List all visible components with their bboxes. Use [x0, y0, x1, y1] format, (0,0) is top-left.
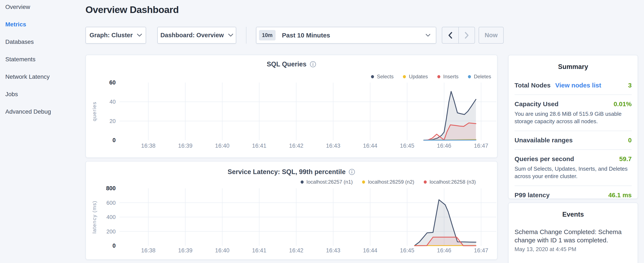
time-next-button[interactable]: [458, 27, 474, 43]
page-title: Overview Dashboard: [86, 4, 179, 15]
event-timestamp: May 13, 2020 at 4:45 PM: [514, 246, 632, 252]
service-latency-chart-card: Service Latency: SQL, 99th percentile lo…: [86, 161, 498, 260]
summary-value: 46.1 ms: [608, 191, 632, 199]
sidebar: Overview Metrics Databases Statements Ne…: [0, 0, 81, 263]
svg-text:20: 20: [110, 118, 116, 124]
time-range-selector[interactable]: 10m Past 10 Minutes: [256, 27, 436, 44]
service-latency-plot[interactable]: 020040060080016:3816:3916:4016:4116:4216…: [86, 161, 497, 259]
sql-queries-chart-card: SQL Queries Selects Updates Inserts Dele…: [86, 55, 498, 158]
now-button[interactable]: Now: [478, 27, 504, 44]
svg-text:200: 200: [106, 228, 116, 235]
summary-label: P99 latency: [514, 191, 550, 199]
svg-text:40: 40: [110, 99, 116, 105]
view-nodes-list-link[interactable]: View nodes list: [555, 82, 601, 89]
chevron-left-icon: [448, 32, 453, 39]
svg-text:16:39: 16:39: [178, 143, 193, 149]
summary-title: Summary: [508, 63, 638, 71]
svg-text:queries: queries: [92, 102, 97, 121]
svg-text:16:45: 16:45: [400, 143, 414, 149]
chevron-right-icon: [464, 32, 470, 39]
summary-row-p99-latency: P99 latency 46.1 ms: [508, 191, 638, 199]
svg-text:16:46: 16:46: [437, 143, 451, 149]
summary-value: 0.01%: [614, 100, 632, 108]
summary-row-queries-per-second: Queries per second 59.7 Sum of Selects, …: [508, 155, 638, 180]
svg-text:0: 0: [112, 242, 116, 249]
sql-queries-plot[interactable]: 020406016:3816:3916:4016:4116:4216:4316:…: [86, 55, 497, 157]
summary-row-capacity-used: Capacity Used 0.01% You are using 28.6 M…: [508, 100, 638, 125]
time-range-value: Past 10 Minutes: [282, 32, 426, 39]
summary-label: Capacity Used: [514, 100, 558, 108]
svg-text:16:40: 16:40: [215, 143, 230, 149]
svg-text:16:42: 16:42: [289, 143, 304, 149]
chevron-down-icon: [137, 34, 142, 37]
sidebar-item-statements[interactable]: Statements: [5, 56, 81, 73]
summary-row-unavailable-ranges: Unavailable ranges 0: [508, 137, 638, 144]
svg-text:latency (ms): latency (ms): [92, 201, 97, 234]
summary-label: Queries per second: [514, 155, 574, 163]
summary-divider: [514, 185, 632, 186]
svg-text:0: 0: [112, 137, 116, 143]
svg-text:16:41: 16:41: [252, 143, 266, 149]
summary-value: 3: [628, 82, 632, 89]
svg-text:16:44: 16:44: [363, 143, 378, 149]
sidebar-item-overview[interactable]: Overview: [5, 4, 81, 21]
summary-divider: [514, 95, 632, 95]
event-text: Schema Change Completed: Schema change w…: [514, 228, 632, 244]
summary-label: Unavailable ranges: [514, 137, 572, 144]
svg-text:800: 800: [106, 185, 116, 191]
svg-text:60: 60: [109, 79, 116, 86]
dashboard-dropdown[interactable]: Dashboard: Overview: [157, 27, 236, 44]
svg-text:16:43: 16:43: [326, 143, 340, 149]
sidebar-item-metrics[interactable]: Metrics: [5, 21, 81, 39]
summary-value: 0: [628, 137, 632, 144]
toolbar-divider: [246, 27, 246, 44]
svg-text:400: 400: [106, 214, 116, 220]
graph-dropdown[interactable]: Graph: Cluster: [86, 27, 146, 44]
event-list-item[interactable]: Schema Change Completed: Schema change w…: [508, 228, 638, 252]
time-range-badge: 10m: [259, 30, 276, 41]
sidebar-item-network-latency[interactable]: Network Latency: [5, 73, 81, 91]
svg-text:16:41: 16:41: [252, 247, 266, 254]
svg-text:16:44: 16:44: [363, 247, 378, 254]
svg-text:16:45: 16:45: [400, 247, 414, 254]
svg-text:16:43: 16:43: [326, 247, 340, 254]
dashboard-dropdown-value: Dashboard: Overview: [160, 32, 224, 39]
sidebar-item-databases[interactable]: Databases: [5, 39, 81, 56]
time-pager: [442, 27, 475, 44]
svg-text:16:40: 16:40: [215, 247, 230, 254]
summary-caption: You are using 28.6 MiB of 515.9 GiB usab…: [514, 110, 632, 125]
summary-row-total-nodes: Total Nodes View nodes list 3: [508, 82, 638, 89]
graph-dropdown-value: Graph: Cluster: [90, 32, 133, 39]
chevron-down-icon: [426, 34, 430, 37]
svg-text:16:47: 16:47: [474, 247, 488, 254]
summary-value: 59.7: [619, 155, 632, 163]
chevron-down-icon: [228, 34, 233, 37]
summary-label: Total Nodes: [514, 82, 550, 89]
events-title: Events: [508, 211, 638, 218]
svg-text:16:47: 16:47: [474, 143, 488, 149]
time-prev-button[interactable]: [442, 27, 458, 43]
app-root: Overview Metrics Databases Statements Ne…: [0, 0, 644, 263]
summary-caption: Sum of Selects, Updates, Inserts, and De…: [514, 165, 632, 180]
summary-divider: [514, 131, 632, 131]
summary-divider: [514, 149, 632, 150]
events-panel: Events Schema Change Completed: Schema c…: [508, 203, 638, 263]
svg-text:16:39: 16:39: [178, 247, 193, 254]
svg-text:16:38: 16:38: [141, 143, 156, 149]
svg-text:16:38: 16:38: [141, 247, 156, 254]
summary-panel: Summary Total Nodes View nodes list 3 Ca…: [508, 55, 638, 199]
svg-text:16:46: 16:46: [437, 247, 451, 254]
sidebar-item-advanced-debug[interactable]: Advanced Debug: [5, 108, 81, 126]
svg-text:600: 600: [106, 200, 116, 206]
sidebar-item-jobs[interactable]: Jobs: [5, 91, 81, 108]
svg-text:16:42: 16:42: [289, 247, 304, 254]
